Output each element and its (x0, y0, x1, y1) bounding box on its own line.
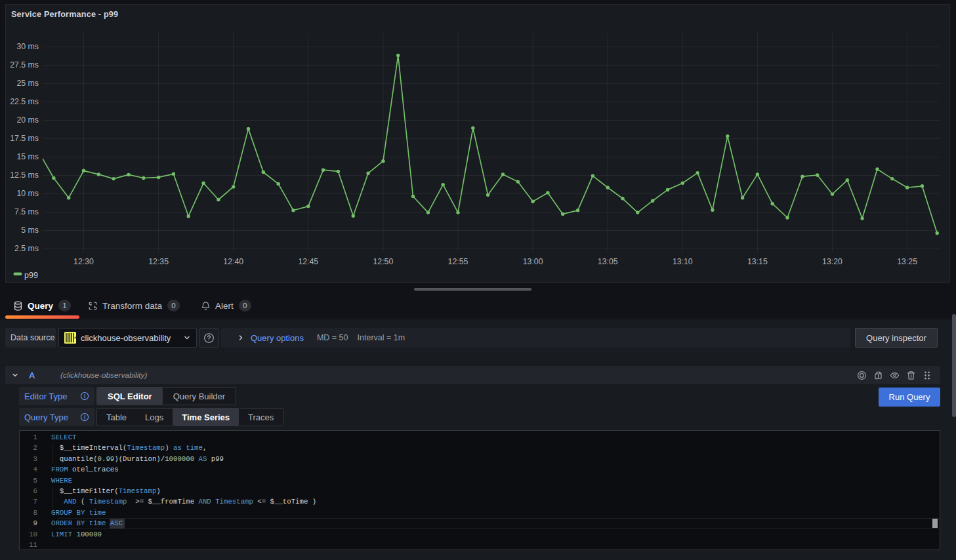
svg-text:10 ms: 10 ms (17, 189, 39, 198)
svg-text:12:55: 12:55 (448, 257, 468, 266)
svg-text:5 ms: 5 ms (21, 226, 39, 235)
svg-text:22.5 ms: 22.5 ms (10, 97, 39, 106)
svg-text:13:25: 13:25 (897, 257, 917, 266)
svg-text:12:50: 12:50 (373, 257, 394, 266)
svg-text:25 ms: 25 ms (17, 79, 39, 88)
svg-text:13:00: 13:00 (523, 257, 543, 266)
svg-text:17.5 ms: 17.5 ms (10, 134, 39, 143)
svg-text:13:10: 13:10 (673, 257, 693, 266)
svg-text:p99: p99 (24, 271, 38, 280)
svg-text:13:05: 13:05 (598, 257, 618, 266)
svg-text:15 ms: 15 ms (17, 152, 39, 161)
svg-text:27.5 ms: 27.5 ms (10, 60, 39, 70)
svg-text:12.5 ms: 12.5 ms (10, 170, 39, 180)
svg-text:7.5 ms: 7.5 ms (14, 207, 39, 216)
svg-text:12:40: 12:40 (223, 257, 243, 266)
svg-text:13:20: 13:20 (822, 257, 842, 266)
svg-text:2.5 ms: 2.5 ms (14, 244, 39, 253)
svg-text:Service Performance - p99: Service Performance - p99 (11, 10, 118, 19)
svg-text:12:30: 12:30 (73, 257, 94, 266)
svg-text:20 ms: 20 ms (17, 115, 39, 125)
svg-text:13:15: 13:15 (747, 257, 768, 266)
svg-text:30 ms: 30 ms (17, 42, 39, 51)
svg-text:12:45: 12:45 (298, 257, 318, 266)
svg-text:12:35: 12:35 (148, 257, 169, 266)
